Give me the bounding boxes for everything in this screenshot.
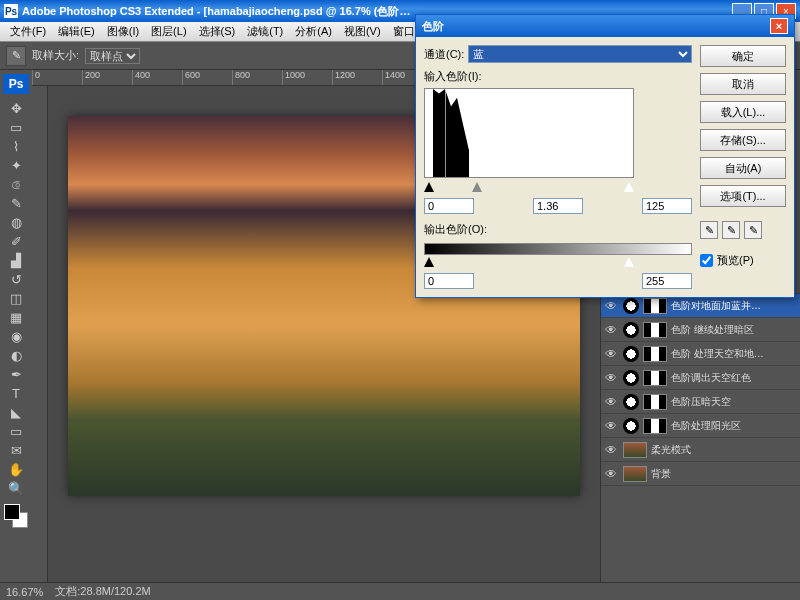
brush-tool[interactable]: ✐	[4, 232, 28, 250]
layer-row[interactable]: 👁背景	[601, 462, 800, 486]
dodge-tool[interactable]: ◐	[4, 346, 28, 364]
options-button[interactable]: 选项(T)...	[700, 185, 786, 207]
out-black-slider[interactable]	[424, 257, 434, 267]
menu-layer[interactable]: 图层(L)	[145, 22, 192, 41]
layer-row[interactable]: 👁色阶处理阳光区	[601, 414, 800, 438]
load-button[interactable]: 载入(L)...	[700, 101, 786, 123]
tool-preset-icon[interactable]: ✎	[6, 46, 26, 66]
wand-tool[interactable]: ✦	[4, 156, 28, 174]
zoom-tool[interactable]: 🔍	[4, 479, 28, 497]
sample-size-select[interactable]: 取样点	[85, 48, 140, 64]
eraser-tool[interactable]: ◫	[4, 289, 28, 307]
mask-thumb	[643, 346, 667, 362]
menu-edit[interactable]: 编辑(E)	[52, 22, 101, 41]
cancel-button[interactable]: 取消	[700, 73, 786, 95]
toolbox: Ps ✥ ▭ ⌇ ✦ ⟃ ✎ ◍ ✐ ▟ ↺ ◫ ▦ ◉ ◐ ✒ T ◣ ▭ ✉…	[0, 70, 32, 600]
input-gamma[interactable]	[533, 198, 583, 214]
adjustment-icon	[623, 298, 639, 314]
menu-file[interactable]: 文件(F)	[4, 22, 52, 41]
layer-name: 背景	[651, 467, 796, 481]
heal-tool[interactable]: ◍	[4, 213, 28, 231]
layer-name: 色阶压暗天空	[671, 395, 796, 409]
marquee-tool[interactable]: ▭	[4, 118, 28, 136]
black-point-slider[interactable]	[424, 182, 434, 192]
channel-label: 通道(C):	[424, 47, 464, 62]
output-black[interactable]	[424, 273, 474, 289]
pen-tool[interactable]: ✒	[4, 365, 28, 383]
mask-thumb	[643, 322, 667, 338]
out-white-slider[interactable]	[624, 257, 634, 267]
layer-row[interactable]: 👁色阶压暗天空	[601, 390, 800, 414]
visibility-icon[interactable]: 👁	[605, 323, 619, 337]
notes-tool[interactable]: ✉	[4, 441, 28, 459]
adjustment-icon	[623, 370, 639, 386]
output-white[interactable]	[642, 273, 692, 289]
blur-tool[interactable]: ◉	[4, 327, 28, 345]
gamma-slider[interactable]	[472, 182, 482, 192]
input-sliders[interactable]	[424, 182, 692, 194]
adjustment-icon	[623, 346, 639, 362]
history-brush-tool[interactable]: ↺	[4, 270, 28, 288]
fg-color[interactable]	[4, 504, 20, 520]
menu-filter[interactable]: 滤镜(T)	[241, 22, 289, 41]
adjustment-icon	[623, 322, 639, 338]
input-black[interactable]	[424, 198, 474, 214]
dialog-close-button[interactable]: ×	[770, 18, 788, 34]
visibility-icon[interactable]: 👁	[605, 467, 619, 481]
sample-size-label: 取样大小:	[32, 48, 79, 63]
stamp-tool[interactable]: ▟	[4, 251, 28, 269]
path-tool[interactable]: ◣	[4, 403, 28, 421]
preview-checkbox[interactable]	[700, 254, 713, 267]
dialog-title: 色阶	[422, 19, 444, 34]
visibility-icon[interactable]: 👁	[605, 371, 619, 385]
channel-select[interactable]: 蓝	[468, 45, 692, 63]
visibility-icon[interactable]: 👁	[605, 347, 619, 361]
white-point-slider[interactable]	[624, 182, 634, 192]
lasso-tool[interactable]: ⌇	[4, 137, 28, 155]
eyedropper-tool[interactable]: ✎	[4, 194, 28, 212]
layer-name: 色阶 继续处理暗区	[671, 323, 796, 337]
visibility-icon[interactable]: 👁	[605, 443, 619, 457]
ok-button[interactable]: 确定	[700, 45, 786, 67]
shape-tool[interactable]: ▭	[4, 422, 28, 440]
layer-row[interactable]: 👁色阶 继续处理暗区	[601, 318, 800, 342]
status-doc: 文档:28.8M/120.2M	[55, 584, 150, 599]
mask-thumb	[643, 394, 667, 410]
menu-analysis[interactable]: 分析(A)	[289, 22, 338, 41]
visibility-icon[interactable]: 👁	[605, 395, 619, 409]
mask-thumb	[643, 298, 667, 314]
layers-panel: 👁新空白图层黑画笔压过亮的…👁色阶对地面加蓝并…👁色阶 继续处理暗区👁色阶 处理…	[601, 270, 800, 600]
visibility-icon[interactable]: 👁	[605, 299, 619, 313]
eyedropper-gray-icon[interactable]: ✎	[722, 221, 740, 239]
crop-tool[interactable]: ⟃	[4, 175, 28, 193]
input-white[interactable]	[642, 198, 692, 214]
input-levels-label: 输入色阶(I):	[424, 70, 481, 82]
menu-image[interactable]: 图像(I)	[101, 22, 145, 41]
layer-name: 柔光模式	[651, 443, 796, 457]
histogram	[424, 88, 634, 178]
move-tool[interactable]: ✥	[4, 99, 28, 117]
color-swatch[interactable]	[4, 504, 28, 528]
mask-thumb	[643, 418, 667, 434]
layer-row[interactable]: 👁色阶 处理天空和地…	[601, 342, 800, 366]
layer-name: 色阶对地面加蓝并…	[671, 299, 796, 313]
eyedropper-white-icon[interactable]: ✎	[744, 221, 762, 239]
output-gradient[interactable]	[424, 243, 692, 255]
hand-tool[interactable]: ✋	[4, 460, 28, 478]
visibility-icon[interactable]: 👁	[605, 419, 619, 433]
eyedropper-black-icon[interactable]: ✎	[700, 221, 718, 239]
adjustment-icon	[623, 418, 639, 434]
layer-thumb	[623, 466, 647, 482]
ruler-vertical	[32, 86, 48, 600]
menu-view[interactable]: 视图(V)	[338, 22, 387, 41]
save-button[interactable]: 存储(S)...	[700, 129, 786, 151]
type-tool[interactable]: T	[4, 384, 28, 402]
layer-row[interactable]: 👁色阶调出天空红色	[601, 366, 800, 390]
layer-row[interactable]: 👁柔光模式	[601, 438, 800, 462]
layer-name: 色阶处理阳光区	[671, 419, 796, 433]
menu-select[interactable]: 选择(S)	[193, 22, 242, 41]
mask-thumb	[643, 370, 667, 386]
gradient-tool[interactable]: ▦	[4, 308, 28, 326]
auto-button[interactable]: 自动(A)	[700, 157, 786, 179]
output-levels-label: 输出色阶(O):	[424, 222, 692, 237]
